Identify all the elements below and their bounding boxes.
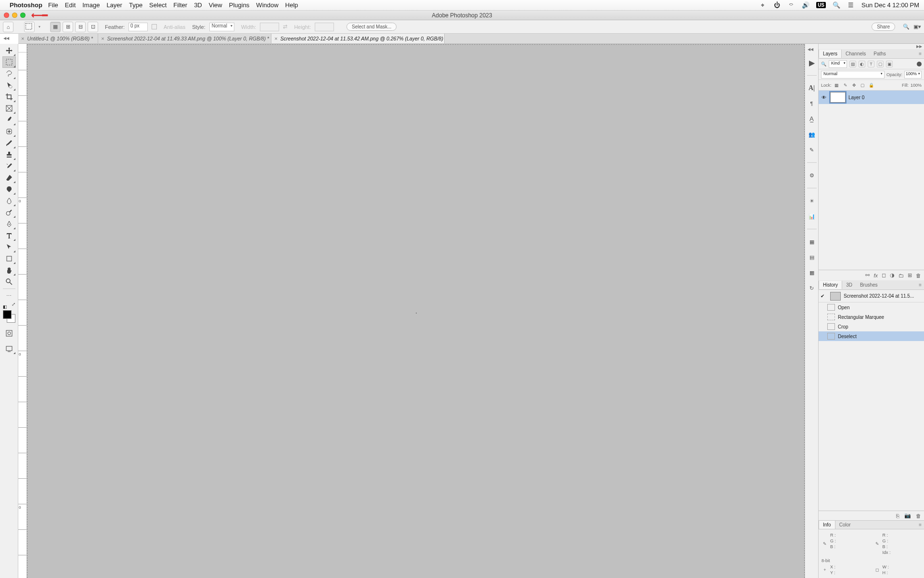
channels-tab[interactable]: Channels (842, 50, 870, 58)
paragraph-icon[interactable]: ¶ (807, 99, 817, 108)
swap-colors-icon[interactable]: ⤢ (12, 302, 15, 307)
clock[interactable]: Sun Dec 4 12:00 PM (861, 1, 919, 9)
add-selection-button[interactable]: ⊞ (63, 22, 73, 32)
feather-input[interactable]: 0 px (128, 23, 148, 31)
document-tab[interactable]: ×Screenshot 2022-12-04 at 11.53.42 AM.pn… (271, 34, 445, 43)
intersect-selection-button[interactable]: ⊡ (88, 22, 98, 32)
quick-mask-icon[interactable] (2, 328, 16, 339)
adjustments-icon[interactable]: ⚙ (807, 171, 817, 180)
close-tab-icon[interactable]: × (101, 36, 104, 41)
shape-tool[interactable] (2, 253, 16, 264)
marquee-tool[interactable] (2, 56, 16, 68)
panel-menu-icon[interactable]: ≡ (916, 282, 924, 288)
spotlight-icon[interactable]: 🔍 (833, 1, 840, 9)
lock-all-icon[interactable]: 🔒 (868, 82, 875, 89)
menu-filter[interactable]: Filter (173, 1, 187, 9)
vertical-ruler[interactable]: 0000 (18, 44, 27, 578)
heal-tool[interactable] (2, 126, 16, 137)
volume-icon[interactable]: 🔊 (802, 1, 809, 9)
menu-select[interactable]: Select (149, 1, 167, 9)
patterns-icon[interactable]: ▩ (807, 268, 817, 277)
filter-toggle[interactable] (917, 62, 922, 66)
layer-name[interactable]: Layer 0 (848, 95, 864, 100)
power-icon[interactable]: ⏻ (773, 1, 781, 9)
character-styles-icon[interactable]: A̲ (807, 114, 817, 124)
color-swatches[interactable] (3, 310, 15, 323)
new-doc-from-state-icon[interactable]: ⎘ (896, 513, 899, 519)
character-icon[interactable]: A| (807, 83, 817, 93)
zoom-tool[interactable] (2, 276, 16, 288)
menu-plugins[interactable]: Plugins (229, 1, 250, 9)
blur-tool[interactable] (2, 195, 16, 207)
paragraph-styles-icon[interactable]: 👥 (807, 130, 817, 139)
gradients-icon[interactable]: ▤ (807, 252, 817, 262)
paths-tab[interactable]: Paths (870, 50, 890, 58)
tool-preset-button[interactable] (24, 22, 35, 32)
eraser-tool[interactable] (2, 172, 16, 184)
quick-select-tool[interactable] (2, 79, 16, 91)
menu-window[interactable]: Window (256, 1, 278, 9)
filter-pixel-icon[interactable]: ▧ (849, 61, 856, 67)
input-source-badge[interactable]: US (816, 2, 826, 8)
lock-transparent-icon[interactable]: ▦ (834, 82, 840, 89)
visibility-icon[interactable]: 👁 (821, 95, 827, 100)
new-snapshot-icon[interactable]: 📷 (904, 512, 911, 519)
new-selection-button[interactable]: ▦ (50, 22, 61, 32)
swatches-icon[interactable]: ▦ (807, 237, 817, 247)
menu-file[interactable]: File (48, 1, 58, 9)
history-step[interactable]: Open (819, 302, 924, 312)
layers-tab[interactable]: Layers (819, 50, 842, 58)
layer-mask-icon[interactable]: ◻ (882, 272, 886, 278)
document-tab[interactable]: ×Untitled-1 @ 100% (RGB/8) * (18, 34, 98, 43)
panel-menu-icon[interactable]: ≡ (916, 522, 924, 527)
filter-type-icon[interactable]: T (868, 61, 874, 67)
brushes-tab[interactable]: Brushes (856, 281, 882, 289)
crop-tool[interactable] (2, 91, 16, 103)
path-select-tool[interactable] (2, 241, 16, 253)
lock-position-icon[interactable]: ✥ (851, 82, 858, 89)
default-colors-icon[interactable]: ◧ (3, 304, 7, 309)
menu-type[interactable]: Type (129, 1, 142, 9)
menu-3d[interactable]: 3D (194, 1, 202, 9)
history-step[interactable]: Crop (819, 322, 924, 331)
filter-adjust-icon[interactable]: ◐ (859, 61, 865, 67)
history-step[interactable]: Rectangular Marquee (819, 312, 924, 322)
fill-input[interactable]: 100% (911, 83, 922, 88)
close-tab-icon[interactable]: × (21, 36, 24, 41)
info-tab[interactable]: Info (819, 521, 835, 529)
styles-icon[interactable]: ☀ (807, 196, 817, 206)
hand-tool[interactable] (2, 264, 16, 276)
filter-search-icon[interactable]: 🔍 (821, 62, 826, 66)
select-and-mask-button[interactable]: Select and Mask... (346, 23, 397, 31)
delete-state-icon[interactable]: 🗑 (916, 513, 921, 519)
stamp-tool[interactable] (2, 149, 16, 160)
subtract-selection-button[interactable]: ⊟ (75, 22, 86, 32)
menu-edit[interactable]: Edit (65, 1, 76, 9)
wifi-icon[interactable]: ⌔ (787, 1, 795, 9)
filter-smart-icon[interactable]: ▣ (886, 61, 893, 67)
layer-thumbnail[interactable] (830, 92, 846, 103)
screen-mode-icon[interactable] (2, 343, 16, 355)
panel-menu-icon[interactable]: ≡ (916, 51, 924, 56)
collapse-toolbox-icon[interactable]: ◀◀ (2, 36, 11, 41)
histogram-icon[interactable]: 📊 (807, 211, 817, 221)
zoom-window-icon[interactable] (20, 13, 26, 18)
menu-view[interactable]: View (209, 1, 222, 9)
close-tab-icon[interactable]: × (274, 36, 277, 41)
menu-layer[interactable]: Layer (106, 1, 122, 9)
blend-mode-select[interactable]: Normal (821, 71, 885, 79)
layer-row[interactable]: 👁 Layer 0 (819, 91, 924, 104)
history-brush-tool[interactable] (2, 160, 16, 172)
document-tab[interactable]: ×Screenshot 2022-12-04 at 11.49.33 AM.pn… (98, 34, 271, 43)
collapse-panels-icon[interactable]: ▶▶ (819, 44, 924, 49)
history-brush-source-icon[interactable]: ✔ (821, 293, 827, 299)
home-button[interactable]: ⌂ (3, 22, 13, 32)
history-step[interactable]: Deselect (819, 331, 924, 341)
canvas[interactable] (27, 44, 805, 578)
close-window-icon[interactable] (4, 13, 9, 18)
glyphs-icon[interactable]: ✎ (807, 145, 817, 155)
collapse-dock-icon[interactable]: ◀◀ (806, 47, 815, 52)
navigator-icon[interactable]: ↻ (807, 283, 817, 293)
foreground-color-swatch[interactable] (3, 310, 12, 319)
filter-shape-icon[interactable]: ▢ (877, 61, 884, 67)
